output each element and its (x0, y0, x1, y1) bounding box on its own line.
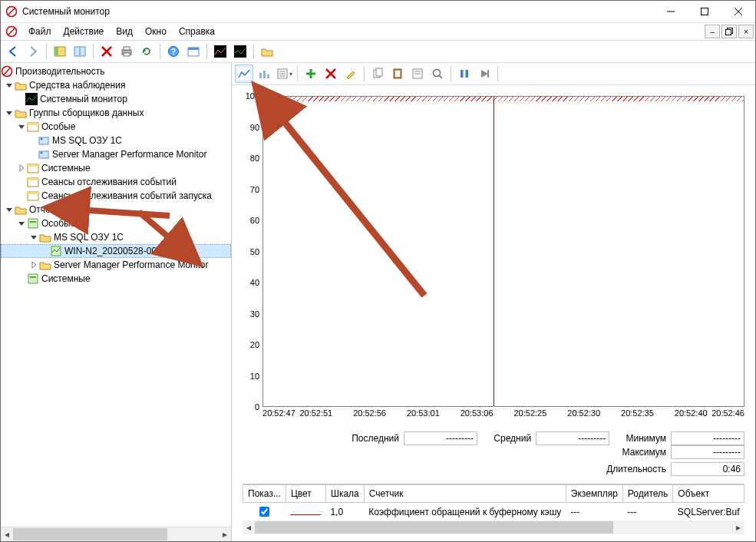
tree-label: MS SQL ОЗУ 1С (52, 135, 122, 146)
view-graph-button[interactable] (235, 64, 253, 83)
menubar-app-icon (5, 25, 18, 38)
tree-reports[interactable]: Отчеты (1, 203, 231, 216)
view-report-button[interactable]: ▾ (275, 64, 293, 83)
tree-horizontal-scrollbar[interactable]: ◂ ▸ (1, 527, 231, 541)
report-icon (50, 245, 62, 257)
stat-min-label: Минимум (626, 433, 666, 444)
y-tick-label: 40 (250, 278, 259, 287)
col-counter[interactable]: Счетчик (364, 485, 566, 503)
properties-button[interactable] (71, 42, 89, 61)
stat-last-value: --------- (404, 431, 477, 445)
chart-area[interactable]: 0102030405060708090100 (243, 96, 744, 407)
tree-reports-system[interactable]: Системные (1, 272, 231, 286)
tree-selected-report[interactable]: WIN-N2_20200528-000001 (1, 244, 231, 258)
twisty-open-icon[interactable] (16, 123, 27, 131)
tree-server-mgr[interactable]: Server Manager Performance Monitor (1, 147, 231, 161)
titlebar: Системный монитор (1, 1, 755, 22)
chart-plot[interactable] (262, 96, 744, 407)
mdi-minimize-button[interactable]: – (705, 25, 720, 38)
counter-name: Коэффициент обращений к буферному кэшу (364, 503, 566, 521)
tree-label: Средства наблюдения (29, 80, 125, 91)
tree-event-sessions[interactable]: Сеансы отслеживания событий (1, 175, 231, 189)
twisty-open-icon[interactable] (16, 220, 27, 227)
tree-special[interactable]: Особые (1, 120, 231, 134)
tree-monitoring-tools[interactable]: Средства наблюдения (1, 78, 231, 92)
scroll-left-icon[interactable]: ◂ (243, 521, 255, 534)
menu-file[interactable]: Файл (22, 25, 58, 38)
tree-reports-server-mgr[interactable]: Server Manager Performance Monitor (1, 258, 231, 272)
twisty-closed-icon[interactable] (16, 164, 27, 172)
remove-counter-button[interactable] (322, 64, 340, 83)
tree-system-dcs[interactable]: Системные (1, 161, 231, 175)
twisty-open-icon[interactable] (28, 233, 39, 241)
y-tick-label: 50 (250, 247, 259, 256)
paste-button[interactable] (388, 64, 407, 83)
counter-show-checkbox[interactable] (259, 507, 269, 517)
col-parent[interactable]: Родитель (622, 485, 672, 503)
collector-icon (38, 134, 50, 147)
scroll-right-icon[interactable]: ▸ (219, 528, 231, 540)
scroll-left-icon[interactable]: ◂ (1, 528, 13, 540)
col-scale[interactable]: Шкала (325, 485, 364, 503)
refresh-button[interactable] (137, 42, 156, 61)
freeze-button[interactable] (455, 64, 474, 83)
perfmon-icon-a[interactable] (211, 42, 229, 61)
twisty-open-icon[interactable] (4, 81, 15, 89)
col-object[interactable]: Объект (673, 485, 744, 503)
minimize-button[interactable] (654, 1, 688, 22)
update-button[interactable] (475, 64, 494, 83)
svg-rect-29 (28, 123, 38, 125)
svg-rect-39 (28, 192, 38, 194)
twisty-closed-icon[interactable] (28, 261, 39, 269)
tree-collector-sets[interactable]: Группы сборщиков данных (1, 106, 231, 120)
counter-row[interactable]: 1,0 Коэффициент обращений к буферному кэ… (243, 503, 744, 521)
menu-view[interactable]: Вид (110, 25, 139, 38)
twisty-open-icon[interactable] (4, 206, 15, 213)
tree-system-monitor[interactable]: Системный монитор (1, 92, 231, 106)
perfmon-icon-b[interactable] (231, 42, 249, 61)
close-button[interactable] (721, 1, 755, 22)
menu-help[interactable]: Справка (173, 25, 221, 38)
main-toolbar: ? (1, 40, 755, 63)
x-tick-label: 20:52:46 (711, 408, 744, 418)
print-button[interactable] (117, 42, 136, 61)
tree-event-sessions-startup[interactable]: Сеансы отслеживания событий запуска (1, 189, 231, 203)
open-folder-button[interactable] (258, 42, 276, 61)
tree-root[interactable]: Производительность (1, 64, 231, 78)
tree-reports-special[interactable]: Особые (1, 216, 231, 230)
mdi-close-button[interactable]: × (738, 25, 754, 38)
tree-reports-ms-sql[interactable]: MS SQL ОЗУ 1С (1, 230, 231, 244)
svg-rect-23 (214, 45, 226, 58)
menu-action[interactable]: Действие (58, 25, 111, 38)
event-icon (27, 190, 39, 202)
mdi-restore-button[interactable] (721, 25, 737, 38)
scroll-right-icon[interactable]: ▸ (732, 521, 744, 534)
scrollbar-thumb[interactable] (255, 521, 612, 534)
col-color[interactable]: Цвет (286, 485, 325, 503)
forward-button[interactable] (24, 42, 42, 61)
help-button[interactable]: ? (164, 42, 183, 61)
scrollbar-thumb[interactable] (13, 528, 167, 540)
maximize-button[interactable] (688, 1, 721, 22)
calendar-button[interactable] (184, 42, 203, 61)
svg-rect-41 (30, 221, 36, 223)
tree-label: Группы сборщиков данных (29, 107, 144, 118)
col-show[interactable]: Показ... (243, 485, 286, 503)
delete-button[interactable] (97, 42, 116, 61)
properties-chart-button[interactable] (408, 64, 427, 83)
tree-label: Особые (41, 218, 75, 229)
col-instance[interactable]: Экземпляр (566, 485, 622, 503)
zoom-button[interactable] (428, 64, 447, 83)
highlight-button[interactable] (342, 64, 360, 83)
copy-button[interactable] (368, 64, 387, 83)
twisty-open-icon[interactable] (4, 109, 15, 117)
show-hide-tree-button[interactable] (51, 42, 69, 61)
tree-ms-sql[interactable]: MS SQL ОЗУ 1С (1, 134, 231, 147)
menu-window[interactable]: Окно (139, 25, 173, 38)
grid-horizontal-scrollbar[interactable]: ◂ ▸ (243, 521, 744, 534)
x-tick-label: 20:52:35 (621, 408, 654, 418)
y-tick-label: 30 (250, 309, 259, 319)
add-counter-button[interactable] (302, 64, 320, 83)
view-histogram-button[interactable] (255, 64, 273, 83)
back-button[interactable] (4, 42, 22, 61)
